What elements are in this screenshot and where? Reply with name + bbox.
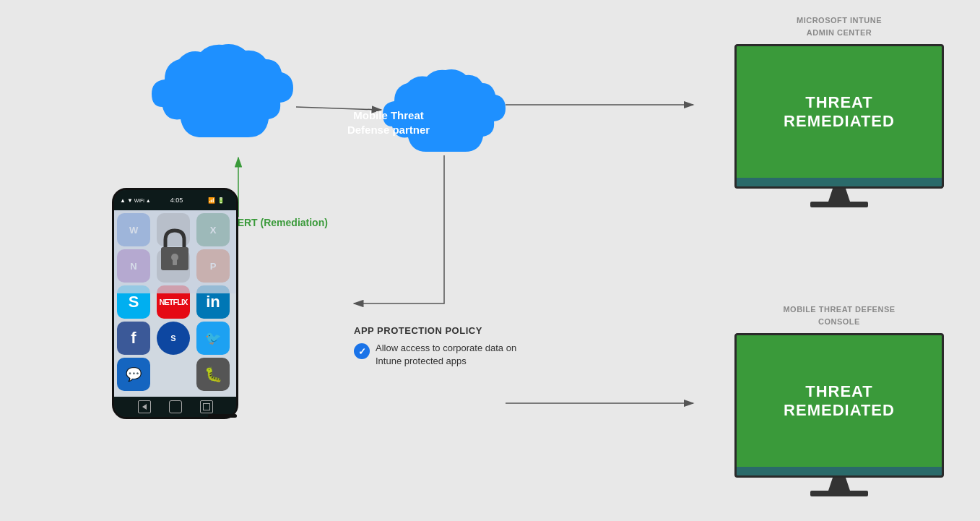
app-policy-box: APP PROTECTION POLICY ✓ Allow access to …	[354, 325, 520, 368]
monitor-bottom-screen-inner: THREAT REMEDIATED	[737, 335, 942, 467]
app-twitter-icon: 🐦	[196, 322, 230, 355]
monitor-top-label: MICROSOFT INTUNE ADMIN CENTER	[797, 14, 882, 38]
phone-speaker	[208, 414, 237, 418]
phone-time: 4:05	[170, 197, 183, 204]
lock-icon	[155, 227, 195, 277]
monitor-top-screen: THREAT REMEDIATED	[734, 44, 944, 189]
svg-marker-9	[142, 404, 147, 410]
monitor-bottom-base	[810, 491, 868, 496]
monitor-bottom-screen: THREAT REMEDIATED	[734, 333, 944, 478]
app-policy-item: ✓ Allow access to corporate data on Intu…	[354, 342, 520, 368]
phone-status-icons: 📶 🔋	[202, 190, 230, 210]
monitor-bottom-stand	[828, 478, 850, 491]
monitor-top-screen-bottom	[737, 178, 942, 186]
phone-body: ▲ ▼ WiFi ▲ 4:05 📶 🔋 W X	[112, 188, 238, 419]
mtd-cloud-label: Mobile Threat Defense partner	[331, 108, 446, 137]
app-empty3-icon	[157, 358, 190, 391]
diagram-container: Mobile Threat Defense partner Microsoft …	[0, 0, 980, 521]
app-policy-title: APP PROTECTION POLICY	[354, 325, 520, 336]
phone-back-btn	[138, 400, 151, 413]
monitor-bottom: MOBILE THREAT DEFENSE CONSOLE THREAT REM…	[734, 303, 944, 496]
phone-screen: W X N P S NETFLIX in f S 🐦 💬	[114, 210, 236, 397]
phone-home-btn	[169, 400, 182, 413]
app-chat-icon: 💬	[117, 358, 150, 391]
lock-overlay	[114, 210, 236, 293]
monitor-top-screen-inner: THREAT REMEDIATED	[737, 46, 942, 178]
app-bug-icon: 🐛	[196, 358, 230, 391]
mtd-cloud-shape	[152, 44, 293, 137]
phone-recent-btn	[200, 400, 213, 413]
monitor-top-stand	[828, 189, 850, 202]
monitor-bottom-threat-text: THREAT REMEDIATED	[784, 382, 895, 421]
phone-status-bar: ▲ ▼ WiFi ▲ 4:05 📶 🔋	[114, 190, 236, 210]
app-facebook-icon: f	[117, 322, 150, 355]
check-mark: ✓	[358, 346, 366, 357]
monitor-top-threat-text: THREAT REMEDIATED	[784, 93, 895, 132]
app-policy-text: Allow access to corporate data on Intune…	[376, 342, 520, 368]
monitor-bottom-label: MOBILE THREAT DEFENSE CONSOLE	[783, 303, 895, 327]
check-circle-icon: ✓	[354, 343, 370, 359]
monitor-top: MICROSOFT INTUNE ADMIN CENTER THREAT REM…	[734, 14, 944, 207]
app-shazam-icon: S	[157, 322, 190, 355]
phone-container: ▲ ▼ WiFi ▲ 4:05 📶 🔋 W X	[112, 188, 238, 421]
alert-text: ALERT (Remediation)	[224, 217, 328, 228]
monitor-top-base	[810, 202, 868, 207]
monitor-bottom-screen-bottom	[737, 467, 942, 475]
svg-rect-8	[173, 258, 177, 265]
